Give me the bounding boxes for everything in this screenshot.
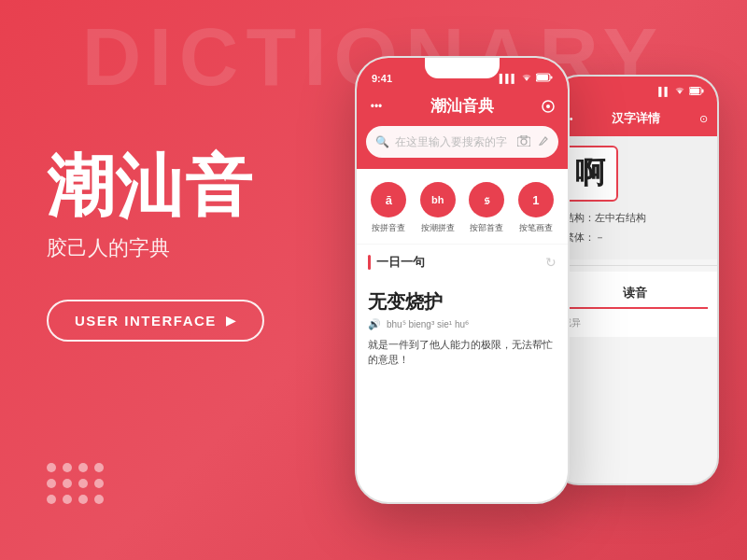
daily-section: 一日一句 ↻	[357, 244, 568, 284]
svg-rect-9	[690, 88, 699, 93]
phone2-battery	[689, 87, 704, 97]
ui-button[interactable]: USER INTERFACE ▶	[47, 300, 264, 342]
phone2-title: 汉字详情	[612, 110, 660, 127]
daily-red-bar	[368, 255, 371, 270]
svg-rect-1	[537, 75, 548, 80]
dot-12	[94, 495, 104, 504]
left-content: 潮汕音 胶己人的字典 USER INTERFACE ▶	[47, 149, 264, 342]
circle-icon[interactable]	[538, 96, 558, 117]
status-time: 9:41	[372, 73, 392, 84]
phone2-wifi	[674, 87, 685, 97]
svg-point-6	[521, 139, 527, 145]
phone2-bottom: 读音 戒异	[553, 272, 717, 337]
camera-icon[interactable]	[517, 135, 530, 149]
daily-phonetic: 🔊 bhu⁵ bieng³ sie¹ hu⁶	[368, 318, 557, 330]
category-pinyin-icon: ā	[371, 182, 406, 217]
phone2-header-right: ⊙	[699, 113, 708, 125]
category-pinyin-label: 按拼音查	[372, 222, 405, 234]
phone-notch	[425, 58, 500, 78]
dot-8	[94, 479, 104, 488]
dot-9	[47, 495, 56, 504]
ui-button-label: USER INTERFACE	[75, 313, 217, 329]
svg-point-4	[546, 105, 550, 108]
category-chaopin-label: 按潮拼查	[421, 222, 455, 234]
category-pinyin[interactable]: ā 按拼音查	[371, 182, 406, 234]
button-arrow-icon: ▶	[226, 314, 237, 328]
dot-11	[78, 495, 88, 504]
phone2-divider	[553, 265, 717, 266]
svg-rect-2	[551, 77, 553, 79]
dots-grid	[47, 463, 104, 504]
dot-10	[63, 495, 72, 504]
dot-2	[63, 463, 72, 472]
search-icon: 🔍	[375, 135, 389, 148]
daily-header: 一日一句 ↻	[368, 254, 557, 271]
category-chaopin-icon: bh	[420, 182, 456, 217]
dot-3	[78, 463, 88, 472]
app-title: 潮汕音典	[387, 95, 538, 117]
signal-icon: ▌▌▌	[500, 74, 517, 83]
categories-row: ā 按拼音查 bh 按潮拼查 𝔰 按部首查 1 按笔画查	[357, 169, 568, 244]
svg-rect-10	[702, 89, 704, 92]
header-right-icons	[538, 96, 558, 117]
char-structure: 结构：左中右结构	[562, 211, 708, 225]
header-left-icons: •••	[366, 96, 387, 117]
phonetic-button[interactable]: 读音	[562, 279, 708, 309]
dot-7	[78, 479, 88, 488]
daily-word: 无变烧护	[368, 289, 557, 315]
category-radical-label: 按部首查	[470, 222, 503, 234]
pen-icon[interactable]	[538, 135, 549, 149]
daily-meaning: 就是一件到了他人能力的极限，无法帮忙的意思！	[368, 338, 557, 368]
character-box: 啊	[562, 146, 618, 202]
subtitle: 胶己人的字典	[47, 234, 264, 262]
char-traditional: 繁体：－	[562, 231, 708, 245]
category-strokes[interactable]: 1 按笔画查	[518, 182, 554, 234]
dot-6	[63, 479, 72, 488]
phonetic-text: bhu⁵ bieng³ sie¹ hu⁶	[387, 319, 469, 329]
wifi-icon	[521, 74, 532, 84]
phone-second: ▌▌	[551, 75, 719, 485]
dot-4	[94, 463, 104, 472]
menu-icon[interactable]: •••	[366, 96, 387, 117]
daily-title-row: 一日一句	[368, 254, 425, 271]
character-display: 啊	[575, 153, 605, 194]
phone-search-area: 🔍 在这里输入要搜索的字	[357, 126, 568, 169]
phone2-sub-text: 戒异	[562, 316, 708, 329]
phone2-circle-icon[interactable]: ⊙	[699, 113, 708, 125]
main-title: 潮汕音	[47, 149, 264, 223]
category-strokes-label: 按笔画查	[519, 222, 553, 234]
main-background: DICTIONARY 潮汕音 胶己人的字典 USER INTERFACE ▶ 9…	[0, 0, 747, 560]
category-radical-icon: 𝔰	[469, 182, 504, 217]
search-bar[interactable]: 🔍 在这里输入要搜索的字	[366, 126, 558, 158]
search-placeholder-text: 在这里输入要搜索的字	[395, 134, 512, 150]
category-radical[interactable]: 𝔰 按部首查	[469, 182, 504, 234]
phones-container: 9:41 ▌▌▌	[355, 56, 719, 504]
speaker-icon[interactable]: 🔊	[368, 318, 381, 330]
phone2-header: ••• 汉字详情 ⊙	[553, 106, 717, 136]
refresh-icon[interactable]: ↻	[545, 255, 557, 270]
phone2-status-bar: ▌▌	[553, 77, 717, 106]
phone-main: 9:41 ▌▌▌	[355, 56, 570, 504]
category-chaopin[interactable]: bh 按潮拼查	[420, 182, 456, 234]
dot-5	[47, 479, 56, 488]
dot-1	[47, 463, 56, 472]
phone2-signal: ▌▌	[658, 87, 670, 96]
phone2-content: 啊 结构：左中右结构 繁体：－	[553, 136, 717, 259]
daily-title: 一日一句	[376, 254, 425, 271]
search-right-icons	[517, 135, 549, 149]
category-strokes-icon: 1	[518, 182, 554, 217]
battery-icon	[536, 73, 553, 84]
status-icons: ▌▌▌	[500, 73, 553, 84]
phone-app-header: ••• 潮汕音典	[357, 91, 568, 126]
daily-word-section: 无变烧护 🔊 bhu⁵ bieng³ sie¹ hu⁶ 就是一件到了他人能力的极…	[357, 284, 568, 377]
